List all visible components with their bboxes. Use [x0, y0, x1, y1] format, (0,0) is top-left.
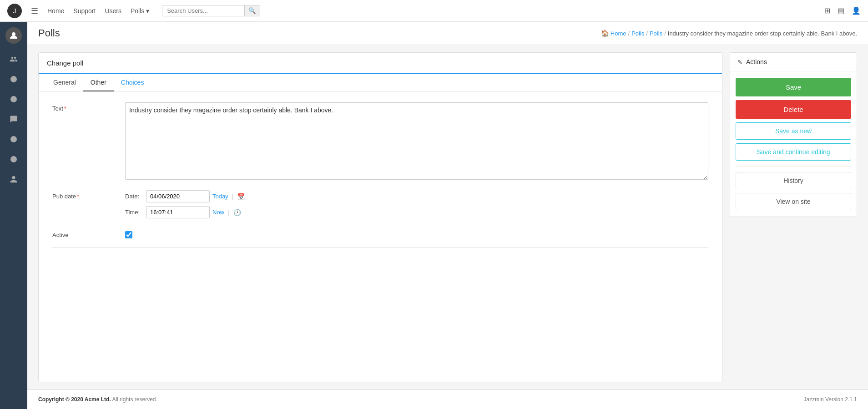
breadcrumb-current: Industry consider they magazine order st… — [668, 30, 857, 37]
polls-link[interactable]: Polls ▾ — [131, 7, 149, 15]
actions-header: ✎ Actions — [730, 53, 857, 71]
pubdate-form-row: Pub date* Date: Today | 📅 Time: — [52, 190, 708, 222]
tabs: General Other Choices — [39, 74, 722, 91]
user-profile-icon[interactable]: 👤 — [852, 6, 861, 15]
date-sublabel: Date: — [125, 193, 143, 200]
breadcrumb-home-icon: 🏠 — [601, 30, 609, 37]
page-title: Polls — [38, 27, 60, 39]
svg-point-3 — [10, 136, 17, 142]
text-textarea[interactable]: Industry consider they magazine order st… — [125, 102, 708, 180]
now-link[interactable]: Now — [212, 209, 224, 216]
save-continue-button[interactable]: Save and continue editing — [736, 143, 851, 161]
search-button[interactable]: 🔍 — [244, 5, 260, 16]
time-input[interactable] — [146, 206, 210, 218]
text-form-row: Text* Industry consider they magazine or… — [52, 102, 708, 181]
search-container: 🔍 — [162, 5, 260, 16]
page-header: Polls 🏠 Home / Polls / Polls / Industry … — [27, 22, 868, 45]
text-field: Industry consider they magazine order st… — [125, 102, 708, 181]
time-sublabel: Time: — [125, 209, 143, 216]
support-link[interactable]: Support — [73, 7, 96, 15]
nav-links: Home Support Users Polls ▾ — [47, 7, 149, 15]
sidebar-icon-users[interactable] — [5, 51, 22, 67]
time-row: Time: Now | 🕐 — [125, 206, 708, 218]
save-as-new-button[interactable]: Save as new — [736, 122, 851, 140]
actions-body: Save Delete Save as new Save and continu… — [730, 71, 857, 217]
delete-button[interactable]: Delete — [736, 100, 851, 119]
date-row: Date: Today | 📅 — [125, 190, 708, 202]
footer-version: Jazzmin Version 2.1.1 — [804, 396, 857, 403]
inner-content: Change poll General Other Choices Text* — [27, 45, 868, 389]
pubdate-field: Date: Today | 📅 Time: Now | — [125, 190, 708, 222]
view-on-site-button[interactable]: View on site — [736, 193, 851, 210]
footer: Copyright © 2020 Acme Ltd. All rights re… — [27, 389, 868, 409]
date-input[interactable] — [146, 190, 210, 202]
main-layout: Polls 🏠 Home / Polls / Polls / Industry … — [0, 22, 868, 409]
list-icon[interactable]: ▤ — [838, 6, 844, 15]
active-checkbox[interactable] — [125, 231, 132, 238]
save-button[interactable]: Save — [736, 78, 851, 96]
tab-general[interactable]: General — [46, 74, 83, 91]
nav-right-icons: ⊞ ▤ 👤 — [824, 6, 861, 15]
actions-divider — [736, 166, 851, 167]
content-area: Polls 🏠 Home / Polls / Polls / Industry … — [27, 22, 868, 409]
form-panel: Change poll General Other Choices Text* — [38, 52, 722, 382]
svg-point-0 — [12, 32, 15, 36]
sidebar-icon-person[interactable] — [5, 171, 22, 187]
pubdate-label: Pub date* — [52, 190, 125, 200]
actions-box: ✎ Actions Save Delete Save as new Save a… — [730, 52, 857, 217]
search-input[interactable] — [162, 5, 244, 16]
calendar-icon[interactable]: 📅 — [237, 193, 245, 200]
breadcrumb-polls1-link[interactable]: Polls — [631, 30, 644, 37]
breadcrumb-polls2-link[interactable]: Polls — [650, 30, 662, 37]
footer-copyright: Copyright © 2020 Acme Ltd. All rights re… — [38, 396, 157, 403]
svg-point-2 — [10, 96, 17, 102]
sidebar-icon-circle2[interactable] — [5, 91, 22, 107]
today-link[interactable]: Today — [212, 193, 228, 200]
sidebar-icon-chat[interactable] — [5, 111, 22, 127]
svg-point-4 — [10, 156, 17, 162]
users-link[interactable]: Users — [105, 7, 121, 15]
active-form-row: Active — [52, 231, 708, 238]
sidebar-icon-circle3[interactable] — [5, 131, 22, 147]
app-logo: J — [7, 4, 22, 18]
breadcrumb-home-link[interactable]: Home — [611, 30, 626, 37]
sidebar-icon-circle1[interactable] — [5, 71, 22, 87]
form-body: Text* Industry consider they magazine or… — [39, 91, 722, 266]
sidebar-icon-circle4[interactable] — [5, 151, 22, 167]
grid-icon[interactable]: ⊞ — [824, 6, 830, 15]
breadcrumb: 🏠 Home / Polls / Polls / Industry consid… — [601, 30, 857, 37]
history-button[interactable]: History — [736, 172, 851, 189]
top-nav: J ☰ Home Support Users Polls ▾ 🔍 ⊞ ▤ 👤 — [0, 0, 868, 22]
tab-choices[interactable]: Choices — [114, 74, 151, 91]
actions-panel: ✎ Actions Save Delete Save as new Save a… — [730, 52, 857, 382]
form-divider — [52, 247, 708, 248]
hamburger-icon[interactable]: ☰ — [31, 6, 38, 16]
clock-icon[interactable]: 🕐 — [233, 209, 241, 216]
avatar[interactable] — [5, 27, 22, 44]
home-link[interactable]: Home — [47, 7, 64, 15]
tab-other[interactable]: Other — [83, 74, 114, 91]
form-panel-header: Change poll — [39, 53, 722, 74]
text-label: Text* — [52, 102, 125, 112]
active-label: Active — [52, 232, 125, 238]
edit-icon: ✎ — [737, 59, 742, 66]
svg-point-1 — [10, 76, 17, 82]
actions-title: Actions — [746, 58, 767, 66]
left-sidebar — [0, 22, 27, 409]
